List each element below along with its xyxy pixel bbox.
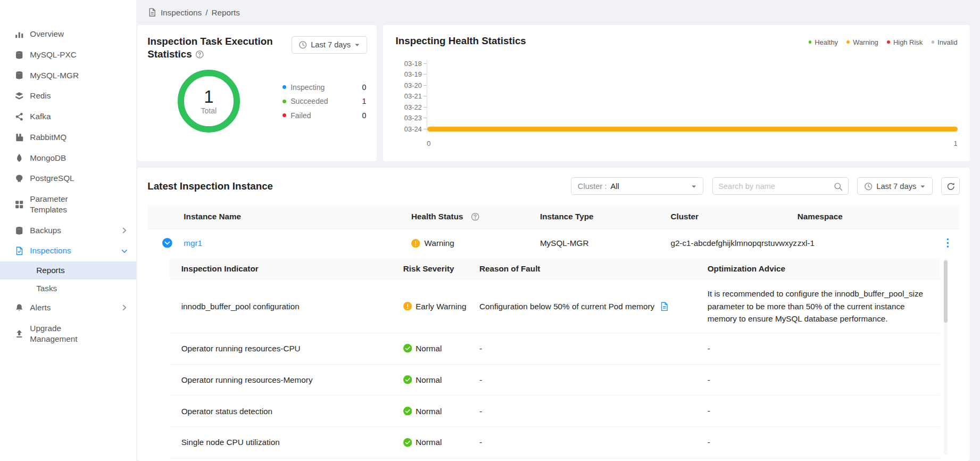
legend-item-invalid: Invalid (932, 38, 958, 46)
sidebar-item-mongodb[interactable]: MongoDB (0, 147, 136, 168)
sidebar-item-reports[interactable]: Reports (0, 261, 136, 279)
health-status-text: Warning (425, 238, 454, 248)
date-range-select[interactable]: Last 7 days (292, 36, 367, 54)
cluster-filter-select[interactable]: Cluster : All (571, 177, 703, 195)
indicator-cell: Single node CPU utilization (170, 438, 403, 447)
legend-value: 0 (362, 83, 366, 92)
sidebar-item-overview[interactable]: Overview (0, 24, 136, 45)
advice-cell: - (708, 342, 940, 355)
collapse-row-icon[interactable] (162, 238, 172, 248)
legend-value: 0 (362, 111, 366, 120)
table-header: Instance Name Health Status Instance Typ… (147, 205, 960, 229)
x-tick-label: 1 (953, 139, 957, 147)
sidebar-item-alerts[interactable]: Alerts (0, 298, 136, 318)
col-header-cluster: Cluster (670, 212, 797, 221)
sidebar-item-label: Backups (30, 225, 61, 236)
sidebar-item-label: Redis (30, 90, 51, 101)
breadcrumb-section[interactable]: Inspections (161, 8, 202, 17)
chevron-down-icon (121, 248, 128, 254)
normal-status-icon (403, 344, 412, 352)
sidebar-item-mysql-mgr[interactable]: MySQL-MGR (0, 65, 136, 86)
search-icon[interactable] (834, 182, 842, 191)
search-box (712, 177, 849, 195)
sidebar-item-upgrade-management[interactable]: Upgrade Management (0, 318, 136, 350)
namespace-cell: zxl-1 (798, 238, 935, 248)
reason-cell: - (479, 438, 708, 447)
severity-cell: Normal (403, 375, 479, 384)
sidebar-item-inspections[interactable]: Inspections (0, 241, 136, 261)
date-range-select[interactable]: Last 7 days (857, 177, 933, 195)
cluster-filter-value: All (611, 182, 619, 191)
caret-down-icon (354, 42, 360, 48)
sidebar-item-postgresql[interactable]: PostgreSQL (0, 168, 136, 189)
sidebar-item-parameter-templates[interactable]: Parameter Templates (0, 189, 136, 220)
upgrade-icon (15, 330, 23, 338)
detail-row: Operator running resources-Memory Normal… (170, 365, 940, 396)
col-header-namespace: Namespace (798, 212, 935, 221)
app-window: Overview MySQL-PXC MySQL-MGR Redis Kafka… (0, 0, 980, 461)
y-tick-label: 03-24 (396, 125, 422, 133)
sidebar-item-label: Upgrade Management (30, 323, 90, 344)
sidebar-item-redis[interactable]: Redis (0, 86, 136, 106)
reason-cell: - (479, 375, 708, 384)
severity-cell: Normal (403, 438, 479, 447)
sidebar-item-label: Tasks (36, 284, 57, 293)
caret-down-icon (920, 184, 926, 190)
advice-cell: It is recommended to configure the innod… (708, 287, 940, 325)
sidebar-item-kafka[interactable]: Kafka (0, 106, 136, 127)
sidebar-item-label: MySQL-PXC (30, 50, 76, 60)
legend-dot (887, 40, 890, 44)
y-tick-label: 03-22 (396, 103, 422, 111)
card-title: Inspecting Health Statistics (396, 35, 526, 47)
refresh-button[interactable] (941, 177, 960, 195)
col-header-inspection-indicator: Inspection Indicator (170, 264, 403, 273)
detail-scrollbar[interactable] (944, 259, 948, 455)
donut-legend: Inspecting 0 Succeeded 1 Failed 0 (283, 83, 366, 120)
breadcrumb: Inspections / Reports (137, 0, 970, 25)
search-input[interactable] (718, 182, 829, 191)
instance-link[interactable]: mgr1 (184, 238, 202, 248)
health-stats-card: Inspecting Health Statistics Healthy War… (383, 25, 970, 161)
severity-cell: Normal (403, 407, 479, 416)
sidebar-item-label: MongoDB (30, 153, 66, 163)
y-tick-label: 03-23 (396, 114, 422, 122)
cluster-filter-label: Cluster : (578, 182, 607, 191)
warning-status-icon (411, 239, 420, 248)
main-content: Inspections / Reports Inspection Task Ex… (136, 0, 980, 461)
indicator-cell: Operator running resources-Memory (170, 375, 403, 384)
bar-row: 03-18 (396, 58, 958, 69)
table-row[interactable]: mgr1 Warning MySQL-MGR g2-c1-abcdefghijk… (147, 229, 960, 258)
sidebar-item-backups[interactable]: Backups (0, 220, 136, 241)
col-header-health-status: Health Status (411, 212, 540, 221)
breadcrumb-separator: / (205, 8, 207, 17)
sidebar-item-rabbitmq[interactable]: RabbitMQ (0, 127, 136, 147)
sidebar-item-label: RabbitMQ (30, 132, 67, 143)
reason-cell: Configuration below 50% of current Pod m… (479, 302, 708, 311)
overview-icon (15, 30, 23, 38)
x-axis: 0 1 (396, 139, 958, 147)
task-stats-card: Inspection Task Execution Statistics Las… (137, 25, 377, 161)
mongodb-icon (15, 153, 23, 162)
y-tick-label: 03-19 (396, 70, 422, 78)
sidebar-item-label: Kafka (30, 111, 51, 122)
detail-table-header: Inspection Indicator Risk Severity Reaso… (170, 258, 940, 280)
legend-dot (283, 113, 286, 117)
help-icon[interactable] (195, 50, 204, 59)
bar-row: 03-20 (396, 80, 958, 91)
chevron-right-icon (121, 227, 128, 234)
normal-status-icon (403, 375, 412, 384)
mysql-icon (15, 71, 23, 79)
sidebar-item-tasks[interactable]: Tasks (0, 279, 136, 298)
report-doc-icon[interactable] (660, 302, 669, 311)
chart-legend: Healthy Warning High Risk Invalid (809, 35, 958, 46)
row-actions-menu[interactable] (946, 238, 949, 248)
normal-status-icon (403, 438, 412, 447)
help-icon[interactable] (471, 212, 479, 221)
reason-cell: - (479, 344, 708, 353)
legend-dot (846, 40, 850, 44)
legend-item-healthy: Healthy (809, 38, 838, 46)
sidebar-item-mysql-pxc[interactable]: MySQL-PXC (0, 44, 136, 65)
scrollbar-thumb[interactable] (944, 260, 948, 323)
sidebar-item-label: Reports (36, 266, 64, 275)
bar-row: 03-19 (396, 69, 958, 80)
